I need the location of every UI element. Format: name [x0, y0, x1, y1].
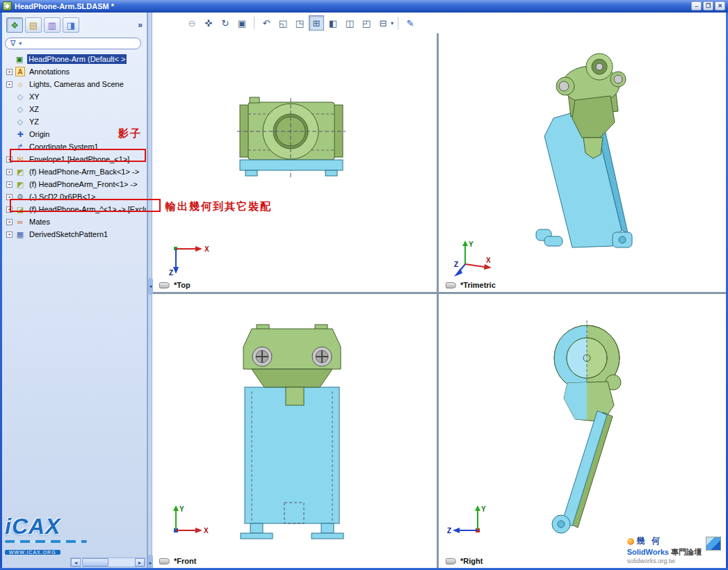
tree-item-label: (f) HeadPhone-Arm_^<1> -> [Exclu — [28, 204, 150, 214]
view-origin-icon — [446, 282, 456, 288]
tree-item-envelope1[interactable]: + ✉ Envelope1 [HeadPhone_<1>] — [3, 153, 147, 165]
pattern-icon: ▦ — [15, 229, 25, 239]
part-icon: ◩ — [15, 179, 25, 189]
left-view-icon[interactable]: ◳ — [292, 15, 307, 31]
scroll-left-icon[interactable]: ◄ — [71, 558, 81, 567]
expand-icon[interactable]: + — [6, 69, 13, 75]
section-view-icon[interactable]: ◰ — [359, 15, 374, 31]
tree-item-label: Lights, Cameras and Scene — [28, 79, 125, 89]
svg-text:X: X — [486, 256, 491, 264]
watermark-line1: 幾 何 — [637, 535, 662, 547]
viewport-trimetric[interactable]: Y X Z *Trimetric — [439, 33, 726, 292]
lights-icon: ☼ — [15, 79, 25, 89]
propertymanager-icon[interactable]: ▤ — [25, 17, 42, 33]
rotate-view-icon[interactable]: ↻ — [218, 15, 233, 31]
dropdown-caret-icon[interactable]: ▾ — [391, 20, 394, 26]
icax-logo-url: WWW.ICAX.ORG — [5, 550, 60, 555]
expand-icon[interactable]: + — [6, 156, 13, 163]
collapse-panel-icon[interactable]: ◄ — [148, 278, 153, 295]
viewport-label: *Right — [460, 557, 483, 565]
coordinate-system-icon: ↱ — [15, 142, 25, 152]
tree-item-screw[interactable]: + ⚙ (-) ScD2.0x6PB<1> — [3, 190, 147, 203]
window-border-left — [0, 13, 2, 570]
viewport-label-row: *Top — [159, 281, 191, 289]
svg-text:Z: Z — [454, 261, 458, 268]
tree-item-label: (f) HeadPhoneArm_Front<1> -> — [28, 179, 139, 189]
viewport-top[interactable]: X Z *Top — [152, 33, 437, 292]
filter-caret-icon[interactable]: ▾ — [19, 40, 22, 47]
previous-view-icon[interactable]: ↶ — [259, 15, 274, 31]
plane-icon: ◇ — [15, 117, 25, 127]
wireframe-display-icon[interactable]: ◫ — [342, 15, 357, 31]
tree-item-label: DerivedSketchPattern1 — [28, 229, 109, 239]
tree-item-plane-xz[interactable]: ◇ XZ — [3, 103, 147, 115]
tree-item-label: (-) ScD2.0x6PB<1> — [28, 192, 97, 202]
annotation-shadow: 影子 — [118, 127, 142, 140]
maximize-button[interactable]: ❐ — [703, 1, 713, 10]
close-button[interactable]: ✕ — [715, 1, 725, 10]
toolbar-overflow-chevron[interactable]: » — [138, 20, 143, 30]
axis-triad: Y X — [168, 501, 209, 540]
expand-icon[interactable]: + — [6, 181, 13, 188]
axis-triad: Y Z — [447, 501, 489, 540]
tree-item-lights-cameras[interactable]: + ☼ Lights, Cameras and Scene — [3, 78, 147, 90]
featuremanager-tree-icon[interactable]: ❖ — [6, 17, 23, 33]
feature-tree: ▣ HeadPhone-Arm (Default< > + A Annotati… — [3, 53, 147, 241]
zoom-icon[interactable]: ⊖ — [184, 15, 200, 31]
expand-icon[interactable]: + — [6, 206, 13, 213]
watermark-brand: SolidWorks — [627, 548, 669, 556]
tree-item-annotations[interactable]: + A Annotations — [3, 65, 147, 78]
expand-icon[interactable]: + — [6, 231, 13, 238]
four-view-icon[interactable]: ⊞ — [309, 15, 324, 31]
scroll-right-icon[interactable]: ► — [135, 558, 145, 567]
tree-item-arm-front[interactable]: + ◩ (f) HeadPhoneArm_Front<1> -> — [3, 178, 147, 190]
part-icon: ◩ — [15, 167, 25, 177]
featuremanager-panel: ❖ ▤ ▥ ◨ » ∇ ▾ ▣ HeadPhone-Arm (Default< … — [2, 13, 147, 568]
svg-text:Y: Y — [469, 241, 474, 248]
screw-icon: ⚙ — [15, 192, 25, 202]
zoom-to-fit-icon[interactable]: ▣ — [234, 15, 250, 31]
axis-triad: X Z — [169, 239, 211, 277]
tree-item-mates[interactable]: + ∞ Mates — [3, 215, 147, 228]
viewport-label: *Front — [174, 557, 196, 565]
viewport-right[interactable]: Y Z *Right — [439, 294, 726, 568]
annotation-export-geometry: 輸出幾何到其它裝配 — [165, 200, 272, 213]
app-icon: ◆ — [3, 1, 12, 10]
scrollbar-thumb[interactable] — [82, 558, 108, 567]
expand-icon[interactable]: + — [6, 194, 13, 200]
svg-text:Z: Z — [447, 527, 451, 535]
minimize-button[interactable]: – — [691, 1, 702, 10]
filter-icon: ∇ — [10, 40, 15, 47]
view-orientation-icon[interactable]: ⊟ — [375, 15, 391, 31]
front-view-icon[interactable]: ◱ — [275, 15, 291, 31]
viewport-label: *Trimetric — [460, 281, 496, 289]
tree-item-headphone-arm-root[interactable]: ▣ HeadPhone-Arm (Default< > — [3, 53, 147, 65]
panel-splitter[interactable]: ◄ ► — [147, 13, 152, 568]
shaded-display-icon[interactable]: ◧ — [325, 15, 341, 31]
assembly-icon: ▣ — [15, 54, 24, 64]
tree-item-derived-sketch-pattern[interactable]: + ▦ DerivedSketchPattern1 — [3, 228, 147, 241]
forum-watermark: 幾 何 SolidWorks 專門論壇 solidworks.org.tw — [627, 535, 721, 564]
expand-icon[interactable]: + — [6, 219, 13, 225]
expand-icon[interactable]: + — [6, 169, 13, 175]
tree-item-plane-xy[interactable]: ◇ XY — [3, 90, 147, 103]
window-title: HeadPhone-Arm.SLDASM * — [15, 2, 114, 10]
view-toolbar: ⊖ ✜ ↻ ▣ ↶ ◱ ◳ ⊞ ◧ ◫ ◰ ⊟ ▾ ✎ — [152, 13, 726, 33]
expand-icon[interactable]: + — [6, 81, 13, 88]
tree-filter-input[interactable]: ∇ ▾ — [5, 38, 141, 49]
tree-item-coordinate-system1[interactable]: ↱ Coordinate System1 — [3, 140, 147, 153]
tree-item-arm-back[interactable]: + ◩ (f) HeadPhone-Arm_Back<1> -> — [3, 165, 147, 178]
sketch-icon[interactable]: ✎ — [403, 15, 418, 31]
viewport-label-row: *Front — [159, 557, 196, 565]
graphics-area: ⊖ ✜ ↻ ▣ ↶ ◱ ◳ ⊞ ◧ ◫ ◰ ⊟ ▾ ✎ — [152, 13, 726, 568]
viewport-front[interactable]: Y X *Front — [152, 294, 437, 568]
plane-icon: ◇ — [15, 92, 25, 101]
panel-horizontal-scrollbar[interactable]: ◄ ► — [70, 557, 145, 567]
configuration-manager-icon[interactable]: ▥ — [44, 17, 60, 33]
pan-icon[interactable]: ✜ — [201, 15, 216, 31]
displaymanager-icon[interactable]: ◨ — [63, 17, 79, 33]
titlebar: ◆ HeadPhone-Arm.SLDASM * – ❐ ✕ — [0, 0, 728, 13]
tree-item-arm-excluded[interactable]: + ◪ (f) HeadPhone-Arm_^<1> -> [Exclu — [3, 203, 147, 215]
tree-item-label: Annotations — [28, 67, 71, 76]
tree-item-plane-yz[interactable]: ◇ YZ — [3, 115, 147, 128]
